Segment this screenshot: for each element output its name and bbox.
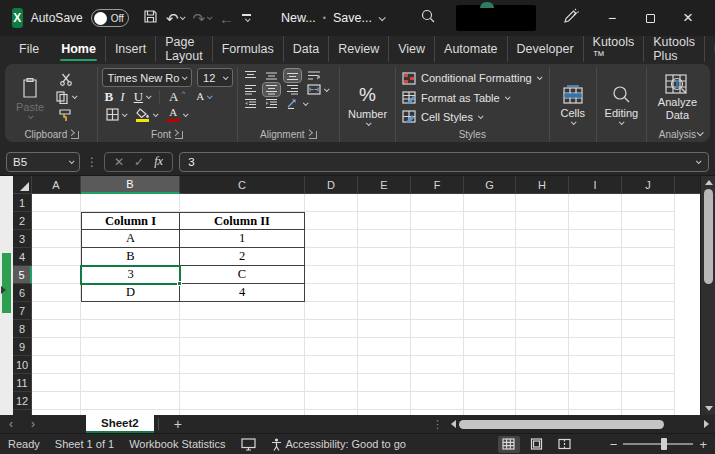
grid-cell-A13[interactable] bbox=[32, 410, 81, 415]
grid-cell-I5[interactable] bbox=[569, 266, 622, 284]
prev-sheet-button[interactable]: ‹ bbox=[0, 415, 22, 433]
grid-cell-B9[interactable] bbox=[81, 338, 180, 356]
grid-cell-G9[interactable] bbox=[464, 338, 516, 356]
grid-cell-A4[interactable] bbox=[32, 248, 81, 266]
number-format-button[interactable]: % Number bbox=[343, 82, 392, 128]
grid-cell-H5[interactable] bbox=[516, 266, 569, 284]
close-button[interactable]: × bbox=[669, 2, 707, 34]
maximize-button[interactable] bbox=[631, 2, 669, 34]
column-header-D[interactable]: D bbox=[305, 176, 358, 194]
pencil-icon[interactable] bbox=[562, 8, 579, 29]
column-header-C[interactable]: C bbox=[180, 176, 305, 194]
row-header-6[interactable]: 6 bbox=[13, 284, 32, 302]
save-icon[interactable] bbox=[143, 9, 158, 28]
grid-cell-F2[interactable] bbox=[411, 212, 464, 230]
increase-indent-button[interactable] bbox=[263, 97, 280, 110]
increase-font-button[interactable]: A^ bbox=[167, 89, 187, 104]
font-color-button[interactable]: A bbox=[165, 106, 189, 123]
grid-cell-D6[interactable] bbox=[305, 284, 358, 302]
horizontal-scroll-thumb[interactable] bbox=[459, 420, 664, 429]
wrap-text-button[interactable] bbox=[305, 69, 323, 82]
decrease-font-button[interactable]: A bbox=[194, 90, 213, 103]
align-left-button[interactable] bbox=[242, 83, 259, 96]
grid-cell-D7[interactable] bbox=[305, 302, 358, 320]
row-header-5[interactable]: 5 bbox=[13, 266, 32, 284]
grid-cell-G8[interactable] bbox=[464, 320, 516, 338]
table-cell[interactable]: C bbox=[180, 266, 305, 284]
tab-insert[interactable]: Insert bbox=[106, 36, 156, 62]
grid-cell-D12[interactable] bbox=[305, 392, 358, 410]
grid-cell-F5[interactable] bbox=[411, 266, 464, 284]
orientation-button[interactable] bbox=[284, 97, 309, 110]
grid-cell-G2[interactable] bbox=[464, 212, 516, 230]
back-button[interactable]: ← bbox=[219, 11, 234, 26]
fill-handle[interactable] bbox=[177, 281, 182, 286]
grid-cell-I10[interactable] bbox=[569, 356, 622, 374]
grid-cell-G6[interactable] bbox=[464, 284, 516, 302]
underline-button[interactable]: U bbox=[132, 89, 152, 104]
view-normal-button[interactable] bbox=[498, 436, 520, 453]
grid-cell-F9[interactable] bbox=[411, 338, 464, 356]
grid-cell-H1[interactable] bbox=[516, 194, 569, 212]
align-right-button[interactable] bbox=[284, 83, 301, 96]
conditional-formatting-button[interactable]: Conditional Formatting bbox=[402, 69, 545, 87]
new-sheet-button[interactable]: + bbox=[163, 415, 193, 433]
grid-cell-E4[interactable] bbox=[358, 248, 411, 266]
zoom-slider-handle[interactable] bbox=[661, 438, 667, 450]
grid-cell-F8[interactable] bbox=[411, 320, 464, 338]
column-header-G[interactable]: G bbox=[464, 176, 516, 194]
grid-cell-F10[interactable] bbox=[411, 356, 464, 374]
column-header-F[interactable]: F bbox=[411, 176, 464, 194]
grid-cell-C12[interactable] bbox=[180, 392, 305, 410]
column-header-J[interactable]: J bbox=[622, 176, 675, 194]
row-header-10[interactable]: 10 bbox=[13, 356, 32, 374]
column-header-I[interactable]: I bbox=[569, 176, 622, 194]
grid-cell-G5[interactable] bbox=[464, 266, 516, 284]
table-cell[interactable]: 2 bbox=[180, 248, 305, 266]
scroll-up-icon[interactable] bbox=[705, 180, 713, 185]
grid-cell-E13[interactable] bbox=[358, 410, 411, 415]
grid-cell-C9[interactable] bbox=[180, 338, 305, 356]
tab-help[interactable]: Help bbox=[705, 36, 715, 62]
grid-cell-A1[interactable] bbox=[32, 194, 81, 212]
tab-kutools[interactable]: Kutools ™ bbox=[584, 36, 645, 62]
decrease-indent-button[interactable] bbox=[242, 97, 259, 110]
scroll-left-icon[interactable] bbox=[451, 420, 456, 428]
table-cell[interactable]: D bbox=[81, 284, 180, 302]
grid-cell-C11[interactable] bbox=[180, 374, 305, 392]
grid-cell-A3[interactable] bbox=[32, 230, 81, 248]
grid-cell-A6[interactable] bbox=[32, 284, 81, 302]
sheet-tab-active[interactable]: Sheet2 bbox=[86, 415, 154, 433]
row-header-9[interactable]: 9 bbox=[13, 338, 32, 356]
grid-cell-J3[interactable] bbox=[622, 230, 675, 248]
row-header-13[interactable]: 13 bbox=[13, 410, 32, 415]
enter-icon[interactable]: ✓ bbox=[134, 155, 144, 169]
grid-cell-H2[interactable] bbox=[516, 212, 569, 230]
bold-button[interactable]: B bbox=[105, 90, 114, 103]
grid-cell-I12[interactable] bbox=[569, 392, 622, 410]
grid-cell-J6[interactable] bbox=[622, 284, 675, 302]
horizontal-scrollbar[interactable] bbox=[451, 418, 709, 430]
grid-cell-J12[interactable] bbox=[622, 392, 675, 410]
tab-kutools-plus[interactable]: Kutools Plus bbox=[644, 36, 705, 62]
grid-cell-H11[interactable] bbox=[516, 374, 569, 392]
grid-cell-E6[interactable] bbox=[358, 284, 411, 302]
align-top-button[interactable] bbox=[242, 69, 259, 82]
grid-cell-F6[interactable] bbox=[411, 284, 464, 302]
zoom-out-button[interactable]: − bbox=[610, 437, 618, 452]
align-middle-button[interactable] bbox=[263, 69, 280, 82]
tab-automate[interactable]: Automate bbox=[435, 36, 508, 62]
status-sheet-info[interactable]: Sheet 1 of 1 bbox=[55, 438, 114, 450]
cut-button[interactable] bbox=[57, 72, 75, 87]
grid-cell-B7[interactable] bbox=[81, 302, 180, 320]
grid-cell-H12[interactable] bbox=[516, 392, 569, 410]
grid-cell-F4[interactable] bbox=[411, 248, 464, 266]
grid-cell-B10[interactable] bbox=[81, 356, 180, 374]
table-cell[interactable]: Column I bbox=[81, 212, 180, 230]
grid-cell-J11[interactable] bbox=[622, 374, 675, 392]
format-painter-button[interactable] bbox=[56, 108, 75, 123]
grid-cell-F3[interactable] bbox=[411, 230, 464, 248]
grid-cell-J4[interactable] bbox=[622, 248, 675, 266]
grid-cell-E8[interactable] bbox=[358, 320, 411, 338]
font-dialog-launcher[interactable] bbox=[175, 131, 183, 139]
